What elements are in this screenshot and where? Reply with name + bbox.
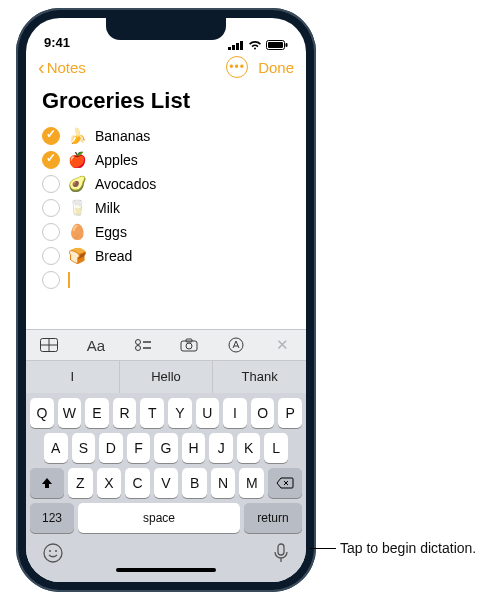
cellular-icon [228, 40, 244, 50]
format-bar: Aa ✕ [26, 329, 306, 361]
prediction-1[interactable]: I [26, 361, 120, 393]
svg-rect-3 [240, 41, 243, 50]
checklist-item[interactable]: 🥛Milk [42, 196, 290, 220]
return-key[interactable]: return [244, 503, 302, 533]
text-cursor [68, 272, 70, 288]
key-p[interactable]: P [278, 398, 302, 428]
key-s[interactable]: S [72, 433, 96, 463]
key-h[interactable]: H [182, 433, 206, 463]
item-label: Eggs [95, 224, 127, 240]
checkbox[interactable] [42, 199, 60, 217]
close-icon[interactable]: ✕ [259, 330, 306, 360]
checkbox[interactable] [42, 223, 60, 241]
key-t[interactable]: T [140, 398, 164, 428]
key-x[interactable]: X [97, 468, 122, 498]
checklist-item[interactable]: 🥑Avocados [42, 172, 290, 196]
key-n[interactable]: N [211, 468, 236, 498]
back-label: Notes [47, 59, 86, 76]
status-time: 9:41 [44, 35, 70, 50]
note-title[interactable]: Groceries List [42, 88, 290, 114]
space-key[interactable]: space [78, 503, 240, 533]
checklist-item[interactable]: 🍞Bread [42, 244, 290, 268]
key-g[interactable]: G [154, 433, 178, 463]
key-row-4: 123 space return [30, 503, 302, 533]
prediction-2[interactable]: Hello [120, 361, 214, 393]
key-q[interactable]: Q [30, 398, 54, 428]
key-i[interactable]: I [223, 398, 247, 428]
key-c[interactable]: C [125, 468, 150, 498]
svg-rect-0 [228, 47, 231, 50]
svg-rect-2 [236, 43, 239, 50]
key-k[interactable]: K [237, 433, 261, 463]
annotation-callout: Tap to begin dictation. [310, 540, 476, 556]
checkbox[interactable] [42, 151, 60, 169]
checklist[interactable]: 🍌Bananas🍎Apples🥑Avocados🥛Milk🥚Eggs🍞Bread [42, 124, 290, 268]
item-label: Bread [95, 248, 132, 264]
text-format-button[interactable]: Aa [73, 330, 120, 360]
key-j[interactable]: J [209, 433, 233, 463]
svg-rect-21 [278, 544, 284, 555]
backspace-key[interactable] [268, 468, 302, 498]
checklist-item[interactable]: 🍌Bananas [42, 124, 290, 148]
key-f[interactable]: F [127, 433, 151, 463]
key-u[interactable]: U [196, 398, 220, 428]
svg-point-15 [186, 343, 192, 349]
checklist-item-empty[interactable] [42, 268, 290, 292]
checklist-icon[interactable] [119, 330, 166, 360]
nav-bar: ‹ Notes ••• Done [26, 52, 306, 84]
done-button[interactable]: Done [258, 59, 294, 76]
key-o[interactable]: O [251, 398, 275, 428]
numbers-key[interactable]: 123 [30, 503, 74, 533]
key-d[interactable]: D [99, 433, 123, 463]
keyboard: QWERTYUIOP ASDFGHJKL ZXCVBNM 123 space r… [26, 393, 306, 540]
key-z[interactable]: Z [68, 468, 93, 498]
key-e[interactable]: E [85, 398, 109, 428]
key-a[interactable]: A [44, 433, 68, 463]
checkbox[interactable] [42, 127, 60, 145]
home-indicator[interactable] [116, 568, 216, 572]
item-label: Bananas [95, 128, 150, 144]
emoji-button[interactable] [42, 542, 64, 568]
checkbox[interactable] [42, 175, 60, 193]
item-emoji: 🥚 [68, 223, 87, 241]
item-emoji: 🥑 [68, 175, 87, 193]
key-w[interactable]: W [58, 398, 82, 428]
key-b[interactable]: B [182, 468, 207, 498]
checkbox[interactable] [42, 271, 60, 289]
checklist-item[interactable]: 🍎Apples [42, 148, 290, 172]
screen: 9:41 ‹ Notes ••• Done Groceries List 🍌Ba… [26, 18, 306, 582]
key-r[interactable]: R [113, 398, 137, 428]
status-icons [228, 40, 288, 50]
prediction-3[interactable]: Thank [213, 361, 306, 393]
keyboard-bottom [26, 540, 306, 568]
svg-rect-6 [286, 43, 288, 47]
item-label: Avocados [95, 176, 156, 192]
keyboard-area: Aa ✕ I Hello Thank QWERTYUIOP ASDFGHJKL … [26, 329, 306, 582]
callout-text: Tap to begin dictation. [340, 540, 476, 556]
more-button[interactable]: ••• [226, 56, 248, 78]
svg-point-10 [135, 340, 140, 345]
back-button[interactable]: ‹ Notes [38, 57, 86, 77]
item-emoji: 🍞 [68, 247, 87, 265]
key-l[interactable]: L [264, 433, 288, 463]
markup-icon[interactable] [213, 330, 260, 360]
camera-icon[interactable] [166, 330, 213, 360]
checklist-item[interactable]: 🥚Eggs [42, 220, 290, 244]
svg-point-20 [55, 550, 57, 552]
home-indicator-area [26, 568, 306, 582]
key-m[interactable]: M [239, 468, 264, 498]
item-emoji: 🍌 [68, 127, 87, 145]
shift-key[interactable] [30, 468, 64, 498]
battery-icon [266, 40, 288, 50]
notch [106, 18, 226, 40]
table-icon[interactable] [26, 330, 73, 360]
item-emoji: 🍎 [68, 151, 87, 169]
key-v[interactable]: V [154, 468, 179, 498]
key-y[interactable]: Y [168, 398, 192, 428]
note-content[interactable]: Groceries List 🍌Bananas🍎Apples🥑Avocados🥛… [26, 84, 306, 329]
svg-point-12 [135, 346, 140, 351]
dictation-button[interactable] [272, 542, 290, 568]
checkbox[interactable] [42, 247, 60, 265]
iphone-frame: 9:41 ‹ Notes ••• Done Groceries List 🍌Ba… [16, 8, 316, 592]
key-row-1: QWERTYUIOP [30, 398, 302, 428]
